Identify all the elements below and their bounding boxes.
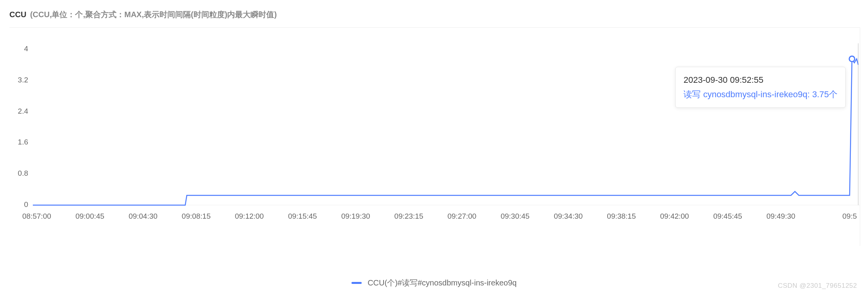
plot-area[interactable]: 4 3.2 2.4 1.6 0.8 0 08:57:00 09:00:45 09… — [9, 27, 860, 246]
x-tick-14: 09:45:45 — [713, 212, 742, 220]
hover-point-marker — [849, 56, 855, 62]
x-tick-16: 09:5 — [843, 212, 857, 220]
x-tick-5: 09:12:00 — [235, 212, 264, 220]
y-tick-3.2: 3.2 — [18, 76, 28, 84]
x-tick-7: 09:19:30 — [341, 212, 370, 220]
x-tick-2: 09:00:45 — [75, 212, 104, 220]
hover-tooltip: 2023-09-30 09:52:55 读写 cynosdbmysql-ins-… — [675, 67, 846, 108]
y-tick-0.8: 0.8 — [18, 169, 28, 177]
legend-label: CCU(个)#读写#cynosdbmysql-ins-irekeo9q — [368, 278, 516, 287]
tooltip-timestamp: 2023-09-30 09:52:55 — [683, 73, 838, 87]
x-tick-8: 09:23:15 — [395, 212, 423, 220]
legend-swatch — [352, 282, 362, 284]
chart-title-bold: CCU — [9, 10, 26, 19]
x-tick-10: 09:30:45 — [500, 212, 529, 220]
watermark: CSDN @2301_79651252 — [778, 282, 857, 290]
chart-svg[interactable]: 4 3.2 2.4 1.6 0.8 0 08:57:00 09:00:45 09… — [9, 28, 860, 246]
tooltip-value: 读写 cynosdbmysql-ins-irekeo9q: 3.75个 — [683, 87, 838, 102]
x-tick-1: 08:57:00 — [22, 212, 51, 220]
y-tick-2.4: 2.4 — [18, 107, 28, 115]
x-tick-12: 09:38:15 — [607, 212, 636, 220]
y-tick-4: 4 — [24, 45, 28, 53]
x-tick-13: 09:42:00 — [660, 212, 689, 220]
y-tick-0: 0 — [24, 200, 28, 209]
chart-container: CCU (CCU,单位：个,聚合方式：MAX,表示时间间隔(时间粒度)内最大瞬时… — [0, 0, 868, 296]
x-tick-4: 09:08:15 — [182, 212, 211, 220]
x-tick-11: 09:34:30 — [554, 212, 583, 220]
x-tick-9: 09:27:00 — [448, 212, 477, 220]
x-tick-3: 09:04:30 — [129, 212, 158, 220]
x-tick-15: 09:49:30 — [766, 212, 795, 220]
x-tick-6: 09:15:45 — [288, 212, 317, 220]
chart-title-desc: (CCU,单位：个,聚合方式：MAX,表示时间间隔(时间粒度)内最大瞬时值) — [30, 10, 277, 19]
chart-title: CCU (CCU,单位：个,聚合方式：MAX,表示时间间隔(时间粒度)内最大瞬时… — [9, 9, 277, 20]
y-tick-1.6: 1.6 — [18, 138, 28, 146]
legend[interactable]: CCU(个)#读写#cynosdbmysql-ins-irekeo9q — [0, 278, 868, 288]
